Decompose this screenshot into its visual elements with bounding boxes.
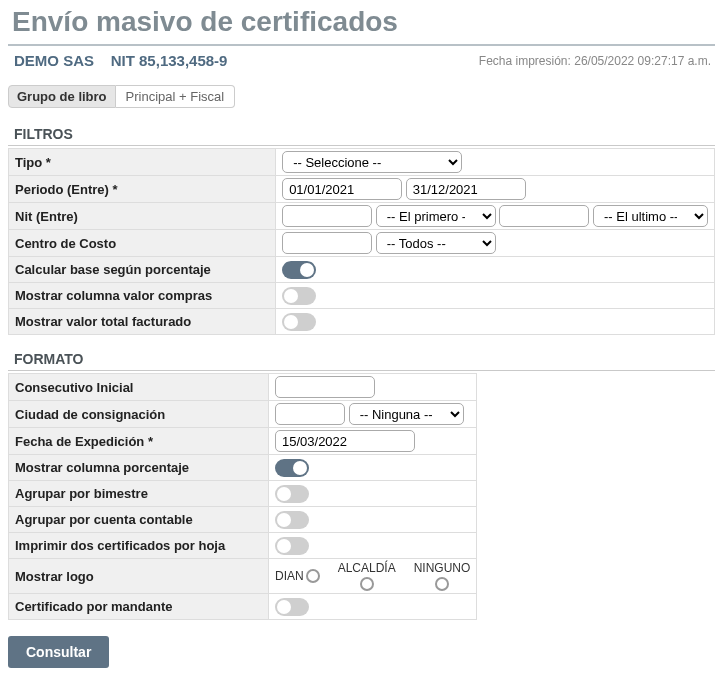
- label-centro-costo: Centro de Costo: [9, 230, 276, 257]
- label-periodo: Periodo (Entre) *: [9, 176, 276, 203]
- print-date: Fecha impresión: 26/05/2022 09:27:17 a.m…: [479, 54, 711, 68]
- toggle-col-pct[interactable]: [275, 459, 309, 477]
- label-tipo: Tipo *: [9, 149, 276, 176]
- print-date-value: 26/05/2022 09:27:17 a.m.: [574, 54, 711, 68]
- consultar-button[interactable]: Consultar: [8, 636, 109, 668]
- radio-circle-icon: [360, 577, 374, 591]
- book-group-value[interactable]: Principal + Fiscal: [116, 85, 236, 108]
- input-centro-costo[interactable]: [282, 232, 372, 254]
- filters-title: FILTROS: [8, 126, 715, 146]
- label-fecha-exp: Fecha de Expedición *: [9, 428, 269, 455]
- radio-item-dian[interactable]: DIAN: [275, 569, 320, 583]
- label-col-compras: Mostrar columna valor compras: [9, 283, 276, 309]
- label-consecutivo: Consecutivo Inicial: [9, 374, 269, 401]
- toggle-agrupar-bim[interactable]: [275, 485, 309, 503]
- radio-label-dian: DIAN: [275, 569, 304, 583]
- label-agrupar-cuenta: Agrupar por cuenta contable: [9, 507, 269, 533]
- company-name: DEMO SAS: [14, 52, 94, 69]
- toggle-calc-base[interactable]: [282, 261, 316, 279]
- label-col-pct: Mostrar columna porcentaje: [9, 455, 269, 481]
- radio-circle-icon: [306, 569, 320, 583]
- radio-circle-icon: [435, 577, 449, 591]
- toggle-dos-por-hoja[interactable]: [275, 537, 309, 555]
- format-title: FORMATO: [8, 351, 715, 371]
- label-mandante: Certificado por mandante: [9, 594, 269, 620]
- select-nit-to[interactable]: -- El ultimo --: [593, 205, 708, 227]
- radio-item-ninguno[interactable]: NINGUNO: [414, 561, 471, 591]
- input-fecha-exp[interactable]: [275, 430, 415, 452]
- toggle-col-compras[interactable]: [282, 287, 316, 305]
- company-info: DEMO SAS NIT 85,133,458-9: [14, 52, 227, 69]
- input-ciudad[interactable]: [275, 403, 345, 425]
- toggle-mandante[interactable]: [275, 598, 309, 616]
- label-calc-base: Calcular base según porcentaje: [9, 257, 276, 283]
- toggle-agrupar-cuenta[interactable]: [275, 511, 309, 529]
- label-agrupar-bim: Agrupar por bimestre: [9, 481, 269, 507]
- select-tipo[interactable]: -- Seleccione --: [282, 151, 462, 173]
- radio-label-ninguno: NINGUNO: [414, 561, 471, 575]
- print-date-label: Fecha impresión:: [479, 54, 571, 68]
- input-periodo-from[interactable]: [282, 178, 402, 200]
- input-nit-from[interactable]: [282, 205, 372, 227]
- page-title: Envío masivo de certificados: [8, 4, 715, 46]
- label-nit: Nit (Entre): [9, 203, 276, 230]
- select-nit-from[interactable]: -- El primero --: [376, 205, 496, 227]
- company-nit-label: NIT: [111, 52, 135, 69]
- label-dos-por-hoja: Imprimir dos certificados por hoja: [9, 533, 269, 559]
- input-nit-to[interactable]: [499, 205, 589, 227]
- radio-label-alcaldia: ALCALDÍA: [338, 561, 396, 575]
- toggle-val-facturado[interactable]: [282, 313, 316, 331]
- book-group-label: Grupo de libro: [8, 85, 116, 108]
- book-group: Grupo de libroPrincipal + Fiscal: [8, 85, 715, 108]
- select-ciudad[interactable]: -- Ninguna --: [349, 403, 464, 425]
- label-ciudad: Ciudad de consignación: [9, 401, 269, 428]
- select-centro-costo[interactable]: -- Todos --: [376, 232, 496, 254]
- company-nit: 85,133,458-9: [139, 52, 227, 69]
- input-consecutivo[interactable]: [275, 376, 375, 398]
- input-periodo-to[interactable]: [406, 178, 526, 200]
- label-val-facturado: Mostrar valor total facturado: [9, 309, 276, 335]
- label-mostrar-logo: Mostrar logo: [9, 559, 269, 594]
- radio-item-alcaldia[interactable]: ALCALDÍA: [338, 561, 396, 591]
